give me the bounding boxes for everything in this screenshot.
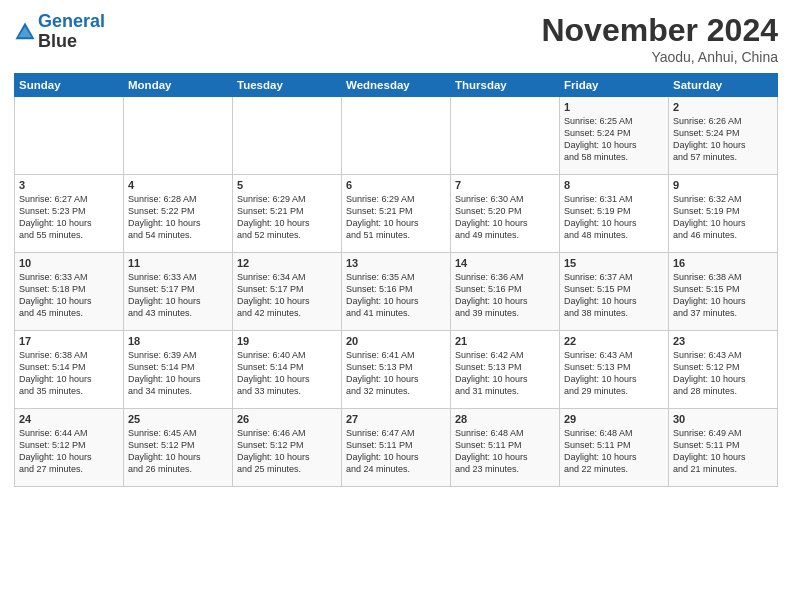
day-cell: 27Sunrise: 6:47 AM Sunset: 5:11 PM Dayli… <box>342 409 451 487</box>
day-cell <box>342 97 451 175</box>
day-info: Sunrise: 6:27 AM Sunset: 5:23 PM Dayligh… <box>19 193 119 242</box>
day-number: 25 <box>128 413 228 425</box>
day-cell: 29Sunrise: 6:48 AM Sunset: 5:11 PM Dayli… <box>560 409 669 487</box>
day-info: Sunrise: 6:26 AM Sunset: 5:24 PM Dayligh… <box>673 115 773 164</box>
day-info: Sunrise: 6:33 AM Sunset: 5:18 PM Dayligh… <box>19 271 119 320</box>
day-info: Sunrise: 6:41 AM Sunset: 5:13 PM Dayligh… <box>346 349 446 398</box>
day-cell: 25Sunrise: 6:45 AM Sunset: 5:12 PM Dayli… <box>124 409 233 487</box>
day-number: 14 <box>455 257 555 269</box>
day-cell: 17Sunrise: 6:38 AM Sunset: 5:14 PM Dayli… <box>15 331 124 409</box>
week-row-2: 3Sunrise: 6:27 AM Sunset: 5:23 PM Daylig… <box>15 175 778 253</box>
weekday-header-saturday: Saturday <box>669 74 778 97</box>
weekday-header-monday: Monday <box>124 74 233 97</box>
day-number: 11 <box>128 257 228 269</box>
weekday-header-thursday: Thursday <box>451 74 560 97</box>
logo-text: General Blue <box>38 12 105 52</box>
day-info: Sunrise: 6:39 AM Sunset: 5:14 PM Dayligh… <box>128 349 228 398</box>
day-cell: 18Sunrise: 6:39 AM Sunset: 5:14 PM Dayli… <box>124 331 233 409</box>
day-cell: 20Sunrise: 6:41 AM Sunset: 5:13 PM Dayli… <box>342 331 451 409</box>
day-cell: 14Sunrise: 6:36 AM Sunset: 5:16 PM Dayli… <box>451 253 560 331</box>
weekday-header-tuesday: Tuesday <box>233 74 342 97</box>
day-info: Sunrise: 6:28 AM Sunset: 5:22 PM Dayligh… <box>128 193 228 242</box>
day-number: 16 <box>673 257 773 269</box>
day-number: 5 <box>237 179 337 191</box>
day-cell: 2Sunrise: 6:26 AM Sunset: 5:24 PM Daylig… <box>669 97 778 175</box>
day-number: 27 <box>346 413 446 425</box>
day-cell: 30Sunrise: 6:49 AM Sunset: 5:11 PM Dayli… <box>669 409 778 487</box>
day-number: 1 <box>564 101 664 113</box>
day-info: Sunrise: 6:35 AM Sunset: 5:16 PM Dayligh… <box>346 271 446 320</box>
day-cell: 16Sunrise: 6:38 AM Sunset: 5:15 PM Dayli… <box>669 253 778 331</box>
day-number: 10 <box>19 257 119 269</box>
day-info: Sunrise: 6:46 AM Sunset: 5:12 PM Dayligh… <box>237 427 337 476</box>
day-cell: 24Sunrise: 6:44 AM Sunset: 5:12 PM Dayli… <box>15 409 124 487</box>
day-number: 19 <box>237 335 337 347</box>
day-info: Sunrise: 6:38 AM Sunset: 5:14 PM Dayligh… <box>19 349 119 398</box>
day-cell <box>451 97 560 175</box>
month-title: November 2024 <box>541 12 778 49</box>
day-cell: 10Sunrise: 6:33 AM Sunset: 5:18 PM Dayli… <box>15 253 124 331</box>
day-cell: 7Sunrise: 6:30 AM Sunset: 5:20 PM Daylig… <box>451 175 560 253</box>
day-info: Sunrise: 6:31 AM Sunset: 5:19 PM Dayligh… <box>564 193 664 242</box>
day-cell <box>233 97 342 175</box>
day-cell <box>15 97 124 175</box>
day-number: 2 <box>673 101 773 113</box>
day-info: Sunrise: 6:45 AM Sunset: 5:12 PM Dayligh… <box>128 427 228 476</box>
day-number: 26 <box>237 413 337 425</box>
day-number: 9 <box>673 179 773 191</box>
day-info: Sunrise: 6:48 AM Sunset: 5:11 PM Dayligh… <box>455 427 555 476</box>
day-cell: 8Sunrise: 6:31 AM Sunset: 5:19 PM Daylig… <box>560 175 669 253</box>
day-cell: 15Sunrise: 6:37 AM Sunset: 5:15 PM Dayli… <box>560 253 669 331</box>
day-cell: 23Sunrise: 6:43 AM Sunset: 5:12 PM Dayli… <box>669 331 778 409</box>
day-number: 28 <box>455 413 555 425</box>
logo-icon <box>14 21 36 43</box>
day-number: 21 <box>455 335 555 347</box>
day-number: 3 <box>19 179 119 191</box>
day-cell: 13Sunrise: 6:35 AM Sunset: 5:16 PM Dayli… <box>342 253 451 331</box>
day-cell: 19Sunrise: 6:40 AM Sunset: 5:14 PM Dayli… <box>233 331 342 409</box>
week-row-5: 24Sunrise: 6:44 AM Sunset: 5:12 PM Dayli… <box>15 409 778 487</box>
day-number: 29 <box>564 413 664 425</box>
day-cell: 12Sunrise: 6:34 AM Sunset: 5:17 PM Dayli… <box>233 253 342 331</box>
weekday-header-sunday: Sunday <box>15 74 124 97</box>
day-info: Sunrise: 6:40 AM Sunset: 5:14 PM Dayligh… <box>237 349 337 398</box>
day-cell: 5Sunrise: 6:29 AM Sunset: 5:21 PM Daylig… <box>233 175 342 253</box>
page: General Blue November 2024 Yaodu, Anhui,… <box>0 0 792 612</box>
day-info: Sunrise: 6:36 AM Sunset: 5:16 PM Dayligh… <box>455 271 555 320</box>
day-cell: 11Sunrise: 6:33 AM Sunset: 5:17 PM Dayli… <box>124 253 233 331</box>
day-number: 17 <box>19 335 119 347</box>
day-number: 8 <box>564 179 664 191</box>
day-info: Sunrise: 6:49 AM Sunset: 5:11 PM Dayligh… <box>673 427 773 476</box>
day-number: 18 <box>128 335 228 347</box>
day-number: 4 <box>128 179 228 191</box>
day-number: 13 <box>346 257 446 269</box>
day-info: Sunrise: 6:47 AM Sunset: 5:11 PM Dayligh… <box>346 427 446 476</box>
day-info: Sunrise: 6:43 AM Sunset: 5:12 PM Dayligh… <box>673 349 773 398</box>
week-row-4: 17Sunrise: 6:38 AM Sunset: 5:14 PM Dayli… <box>15 331 778 409</box>
weekday-header-row: SundayMondayTuesdayWednesdayThursdayFrid… <box>15 74 778 97</box>
day-info: Sunrise: 6:48 AM Sunset: 5:11 PM Dayligh… <box>564 427 664 476</box>
header: General Blue November 2024 Yaodu, Anhui,… <box>14 12 778 65</box>
day-number: 23 <box>673 335 773 347</box>
title-block: November 2024 Yaodu, Anhui, China <box>541 12 778 65</box>
week-row-3: 10Sunrise: 6:33 AM Sunset: 5:18 PM Dayli… <box>15 253 778 331</box>
day-info: Sunrise: 6:34 AM Sunset: 5:17 PM Dayligh… <box>237 271 337 320</box>
day-number: 22 <box>564 335 664 347</box>
week-row-1: 1Sunrise: 6:25 AM Sunset: 5:24 PM Daylig… <box>15 97 778 175</box>
day-number: 20 <box>346 335 446 347</box>
day-cell: 6Sunrise: 6:29 AM Sunset: 5:21 PM Daylig… <box>342 175 451 253</box>
day-number: 24 <box>19 413 119 425</box>
day-info: Sunrise: 6:42 AM Sunset: 5:13 PM Dayligh… <box>455 349 555 398</box>
day-cell: 4Sunrise: 6:28 AM Sunset: 5:22 PM Daylig… <box>124 175 233 253</box>
logo: General Blue <box>14 12 105 52</box>
day-cell: 9Sunrise: 6:32 AM Sunset: 5:19 PM Daylig… <box>669 175 778 253</box>
day-info: Sunrise: 6:44 AM Sunset: 5:12 PM Dayligh… <box>19 427 119 476</box>
location: Yaodu, Anhui, China <box>541 49 778 65</box>
day-number: 7 <box>455 179 555 191</box>
day-number: 12 <box>237 257 337 269</box>
weekday-header-friday: Friday <box>560 74 669 97</box>
day-number: 6 <box>346 179 446 191</box>
day-info: Sunrise: 6:25 AM Sunset: 5:24 PM Dayligh… <box>564 115 664 164</box>
day-info: Sunrise: 6:29 AM Sunset: 5:21 PM Dayligh… <box>237 193 337 242</box>
day-cell: 21Sunrise: 6:42 AM Sunset: 5:13 PM Dayli… <box>451 331 560 409</box>
